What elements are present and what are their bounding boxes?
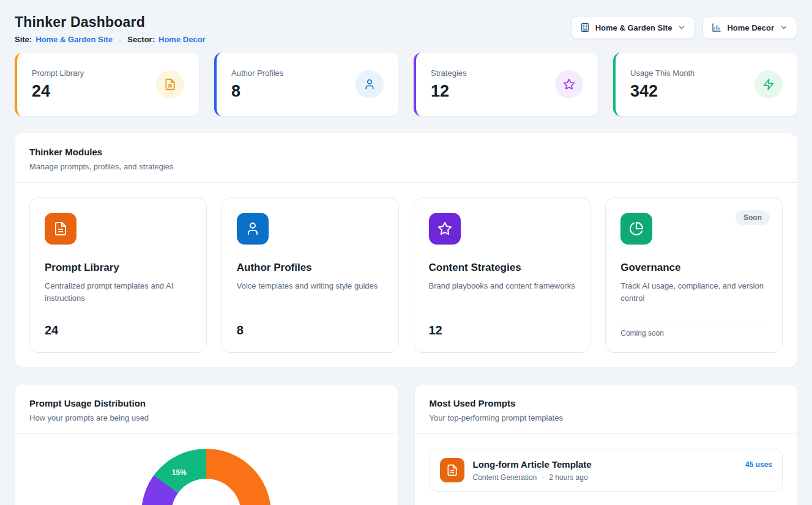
header-controls: Home & Garden Site Home Decor bbox=[571, 16, 797, 39]
prompt-item-text: Long-form Article Template Content Gener… bbox=[473, 459, 737, 482]
prompt-item-time: 2 hours ago bbox=[549, 473, 587, 482]
sector-selector-button[interactable]: Home Decor bbox=[702, 16, 797, 39]
sparkle-star-icon bbox=[555, 70, 583, 98]
soon-badge: Soon bbox=[736, 210, 770, 225]
stat-value: 342 bbox=[630, 82, 695, 101]
document-icon bbox=[156, 70, 184, 98]
stat-info: Prompt Library 24 bbox=[32, 68, 84, 101]
document-icon bbox=[45, 213, 76, 245]
chevron-down-icon bbox=[677, 23, 686, 32]
dashboard-page: Thinker Dashboard Site: Home & Garden Si… bbox=[0, 0, 812, 505]
person-icon bbox=[356, 70, 384, 98]
usage-card-title: Prompt Usage Distribution bbox=[29, 398, 383, 408]
module-description: Track AI usage, compliance, and version … bbox=[620, 280, 767, 311]
stat-label: Author Profiles bbox=[231, 68, 283, 78]
module-card-author-profiles[interactable]: Author Profiles Voice templates and writ… bbox=[222, 197, 399, 353]
pie-chart-icon bbox=[620, 213, 652, 245]
page-title: Thinker Dashboard bbox=[15, 15, 206, 29]
stat-value: 8 bbox=[231, 82, 283, 101]
donut-chart-area: 15% bbox=[15, 434, 398, 505]
site-selector-button[interactable]: Home & Garden Site bbox=[571, 16, 696, 39]
sparkle-star-icon bbox=[429, 213, 461, 245]
module-description: Voice templates and writing style guides bbox=[237, 280, 384, 314]
modules-section-title: Thinker Modules bbox=[29, 147, 783, 157]
module-card-content-strategies[interactable]: Content Strategies Brand playbooks and c… bbox=[414, 197, 591, 353]
prompt-item-meta: Content Generation · 2 hours ago bbox=[473, 473, 737, 482]
module-description: Brand playbooks and content frameworks bbox=[429, 280, 576, 314]
most-used-prompts-card: Most Used Prompts Your top-performing pr… bbox=[415, 385, 798, 505]
bottom-row: Prompt Usage Distribution How your promp… bbox=[15, 385, 797, 505]
module-title: Author Profiles bbox=[237, 262, 384, 274]
sector-selector-label: Home Decor bbox=[727, 23, 774, 32]
modules-section-header: Thinker Modules Manage prompts, profiles… bbox=[15, 133, 797, 183]
header: Thinker Dashboard Site: Home & Garden Si… bbox=[15, 15, 797, 44]
usage-distribution-card: Prompt Usage Distribution How your promp… bbox=[15, 385, 398, 505]
site-label: Site: bbox=[15, 35, 32, 44]
separator-dot: · bbox=[542, 473, 544, 482]
prompt-list-item[interactable]: Long-form Article Template Content Gener… bbox=[430, 449, 783, 492]
stat-card-strategies: Strategies 12 bbox=[414, 53, 598, 116]
building-icon bbox=[580, 23, 590, 32]
person-icon bbox=[237, 213, 269, 245]
stat-label: Usage This Month bbox=[630, 68, 695, 78]
module-card-governance[interactable]: Soon Governance Track AI usage, complian… bbox=[605, 197, 783, 353]
prompts-card-title: Most Used Prompts bbox=[430, 398, 783, 408]
document-icon bbox=[440, 458, 464, 482]
module-count: 24 bbox=[45, 323, 192, 337]
modules-grid: Prompt Library Centralized prompt templa… bbox=[15, 183, 797, 367]
stat-label: Strategies bbox=[431, 68, 467, 78]
site-sector-line: Site: Home & Garden Site · Sector: Home … bbox=[15, 35, 206, 44]
stat-value: 12 bbox=[431, 82, 467, 101]
stats-row: Prompt Library 24 Author Profiles 8 Stra… bbox=[15, 53, 797, 116]
sector-label: Sector: bbox=[127, 35, 155, 44]
sector-link[interactable]: Home Decor bbox=[158, 35, 206, 44]
stat-info: Author Profiles 8 bbox=[231, 68, 283, 101]
usage-card-header: Prompt Usage Distribution How your promp… bbox=[15, 385, 398, 434]
prompt-item-category: Content Generation bbox=[473, 473, 537, 482]
coming-soon-text: Coming soon bbox=[620, 329, 767, 337]
module-title: Prompt Library bbox=[45, 262, 192, 274]
bar-chart-icon bbox=[712, 23, 721, 32]
divider bbox=[620, 320, 767, 320]
bolt-icon bbox=[754, 70, 783, 98]
site-link[interactable]: Home & Garden Site bbox=[35, 35, 113, 44]
prompts-card-subtitle: Your top-performing prompt templates bbox=[430, 413, 783, 422]
module-title: Content Strategies bbox=[429, 262, 576, 274]
stat-value: 24 bbox=[32, 82, 84, 101]
module-card-prompt-library[interactable]: Prompt Library Centralized prompt templa… bbox=[29, 197, 207, 353]
stat-info: Strategies 12 bbox=[431, 68, 467, 101]
module-count: 12 bbox=[429, 323, 576, 337]
donut-chart bbox=[141, 449, 271, 505]
chevron-down-icon bbox=[780, 23, 788, 32]
modules-section-subtitle: Manage prompts, profiles, and strategies bbox=[29, 162, 783, 171]
stat-info: Usage This Month 342 bbox=[630, 68, 695, 101]
usage-card-subtitle: How your prompts are being used bbox=[29, 413, 383, 422]
module-description: Centralized prompt templates and AI inst… bbox=[45, 280, 192, 314]
stat-card-prompt-library: Prompt Library 24 bbox=[15, 53, 199, 116]
site-selector-label: Home & Garden Site bbox=[595, 23, 672, 32]
donut-slice-label: 15% bbox=[172, 468, 187, 477]
prompts-card-header: Most Used Prompts Your top-performing pr… bbox=[415, 385, 798, 434]
prompt-item-uses-badge: 45 uses bbox=[745, 460, 772, 469]
stat-card-author-profiles: Author Profiles 8 bbox=[214, 53, 398, 116]
module-count: 8 bbox=[237, 323, 384, 337]
stat-label: Prompt Library bbox=[32, 68, 84, 78]
prompt-list: Long-form Article Template Content Gener… bbox=[415, 434, 798, 505]
title-block: Thinker Dashboard Site: Home & Garden Si… bbox=[15, 15, 206, 44]
stat-card-usage: Usage This Month 342 bbox=[613, 53, 797, 116]
separator-dot: · bbox=[119, 35, 121, 44]
module-title: Governance bbox=[620, 262, 767, 274]
prompt-item-title: Long-form Article Template bbox=[473, 459, 737, 470]
thinker-modules-section: Thinker Modules Manage prompts, profiles… bbox=[15, 133, 797, 367]
